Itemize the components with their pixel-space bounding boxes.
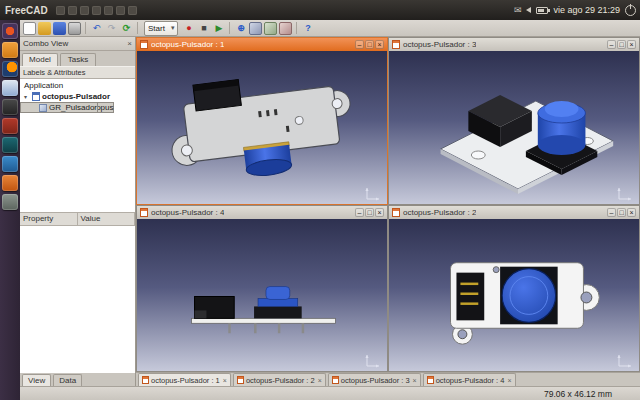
launcher-icon-inkscape[interactable] xyxy=(2,137,18,153)
view-window-4: octopus-Pulsador : 4 – □ × xyxy=(136,205,388,372)
tree-item-gr-pulsador[interactable]: GR_Pulsador xyxy=(20,102,98,113)
3d-viewport-4[interactable] xyxy=(137,219,387,371)
window-titlebar[interactable]: octopus-Pulsador : 4 – □ × xyxy=(137,206,387,219)
minimize-icon[interactable]: – xyxy=(607,208,616,217)
workbench-selector-value: Start xyxy=(148,24,165,33)
labels-attributes-header: Labels & Attributes xyxy=(20,66,135,79)
window-titlebar[interactable]: octopus-Pulsador : 3 – □ × xyxy=(389,38,639,51)
macro-execute-icon[interactable]: ▶ xyxy=(212,22,225,35)
macro-record-icon[interactable]: ● xyxy=(182,22,195,35)
tab-model[interactable]: Model xyxy=(22,53,58,66)
close-icon[interactable]: × xyxy=(127,39,132,48)
close-icon[interactable]: × xyxy=(375,208,384,217)
close-icon[interactable]: × xyxy=(375,40,384,49)
combo-view-bottom-tabs: View Data xyxy=(20,373,135,386)
window-titlebar[interactable]: octopus-Pulsador : 2 – □ × xyxy=(389,206,639,219)
print-icon[interactable] xyxy=(68,22,81,35)
topbar-menu-icon[interactable] xyxy=(80,6,89,15)
launcher-icon-software-center[interactable] xyxy=(2,156,18,172)
top-view-icon[interactable] xyxy=(279,22,292,35)
expander-icon[interactable]: ▾ xyxy=(24,93,30,100)
document-icon xyxy=(332,376,339,384)
value-column-header: Value xyxy=(78,213,136,225)
document-icon xyxy=(32,92,40,101)
minimize-icon[interactable]: – xyxy=(355,40,364,49)
launcher-icon-gimp[interactable] xyxy=(2,118,18,134)
3d-viewport-1[interactable] xyxy=(137,51,387,204)
close-icon[interactable]: × xyxy=(413,377,417,384)
3d-viewport-2[interactable] xyxy=(389,219,639,371)
launcher-icon-files[interactable] xyxy=(2,42,18,58)
open-document-icon[interactable] xyxy=(38,22,51,35)
window-title: octopus-Pulsador : 4 xyxy=(151,208,224,217)
session-menu-icon[interactable] xyxy=(625,5,636,16)
tab-tasks[interactable]: Tasks xyxy=(60,53,96,66)
doc-tab-1[interactable]: octopus-Pulsador : 1 × xyxy=(138,373,231,386)
model-render-perspective xyxy=(137,51,387,204)
axis-indicator xyxy=(616,353,634,368)
topbar-menu-icon[interactable] xyxy=(56,6,65,15)
topbar-menu-icon[interactable] xyxy=(128,6,137,15)
launcher-icon-terminal[interactable] xyxy=(2,99,18,115)
topbar-menu-icon[interactable] xyxy=(116,6,125,15)
dimensions-readout: 79.06 x 46.12 mm xyxy=(544,389,612,399)
launcher-icon-firefox[interactable] xyxy=(2,61,18,77)
toolbar-separator xyxy=(137,22,138,34)
launcher-icon-trash[interactable] xyxy=(2,194,18,210)
new-document-icon[interactable] xyxy=(23,22,36,35)
topbar-menu-icon[interactable] xyxy=(104,6,113,15)
status-bar: 79.06 x 46.12 mm xyxy=(20,386,640,400)
window-titlebar[interactable]: octopus-Pulsador : 1 – □ × xyxy=(137,38,387,51)
tree-item-document[interactable]: ▾ octopus-Pulsador xyxy=(20,91,135,102)
close-icon[interactable]: × xyxy=(223,377,227,384)
axis-indicator xyxy=(364,186,382,201)
maximize-icon[interactable]: □ xyxy=(365,208,374,217)
launcher-icon-libreoffice-writer[interactable] xyxy=(2,80,18,96)
model-render-front xyxy=(137,219,387,371)
macro-stop-icon[interactable]: ■ xyxy=(197,22,210,35)
close-icon[interactable]: × xyxy=(627,208,636,217)
fit-all-icon[interactable]: ⊕ xyxy=(234,22,247,35)
close-icon[interactable]: × xyxy=(627,40,636,49)
view-window-3: octopus-Pulsador : 3 – □ × xyxy=(388,37,640,205)
maximize-icon[interactable]: □ xyxy=(617,208,626,217)
tab-data[interactable]: Data xyxy=(53,374,82,386)
launcher-icon-freecad[interactable] xyxy=(2,175,18,191)
redo-icon[interactable]: ↷ xyxy=(105,22,118,35)
window-title: octopus-Pulsador : 1 xyxy=(151,40,224,49)
doc-tab-4[interactable]: octopus-Pulsador : 4 × xyxy=(423,373,516,386)
tree-item-application[interactable]: Application xyxy=(20,80,135,91)
refresh-icon[interactable]: ⟳ xyxy=(120,22,133,35)
doc-tab-3[interactable]: octopus-Pulsador : 3 × xyxy=(328,373,421,386)
document-icon xyxy=(140,40,148,49)
panel-title: Combo View xyxy=(23,39,68,48)
save-document-icon[interactable] xyxy=(53,22,66,35)
message-indicator-icon[interactable]: ✉ xyxy=(514,5,522,15)
view-window-2: octopus-Pulsador : 2 – □ × xyxy=(388,205,640,372)
battery-indicator-icon[interactable] xyxy=(536,7,548,14)
property-editor[interactable] xyxy=(20,226,135,373)
launcher-icon-dash[interactable] xyxy=(2,23,18,39)
maximize-icon[interactable]: □ xyxy=(365,40,374,49)
workbench-selector[interactable]: Start ▾ xyxy=(144,21,178,36)
topbar-menu-icon[interactable] xyxy=(92,6,101,15)
close-icon[interactable]: × xyxy=(318,377,322,384)
doc-tab-2[interactable]: octopus-Pulsador : 2 × xyxy=(233,373,326,386)
front-view-icon[interactable] xyxy=(264,22,277,35)
tree-item-label: GR_Pulsador xyxy=(49,103,97,112)
whats-this-icon[interactable]: ? xyxy=(301,22,314,35)
sound-indicator-icon[interactable] xyxy=(526,7,531,13)
maximize-icon[interactable]: □ xyxy=(617,40,626,49)
undo-icon[interactable]: ↶ xyxy=(90,22,103,35)
axonometric-view-icon[interactable] xyxy=(249,22,262,35)
model-render-isometric xyxy=(389,51,639,204)
tab-view[interactable]: View xyxy=(22,374,51,386)
property-column-header: Property xyxy=(20,213,78,225)
unity-launcher xyxy=(0,20,20,400)
topbar-menu-icon[interactable] xyxy=(68,6,77,15)
minimize-icon[interactable]: – xyxy=(607,40,616,49)
close-icon[interactable]: × xyxy=(507,377,511,384)
minimize-icon[interactable]: – xyxy=(355,208,364,217)
3d-viewport-3[interactable] xyxy=(389,51,639,204)
clock[interactable]: vie ago 29 21:29 xyxy=(553,5,620,15)
